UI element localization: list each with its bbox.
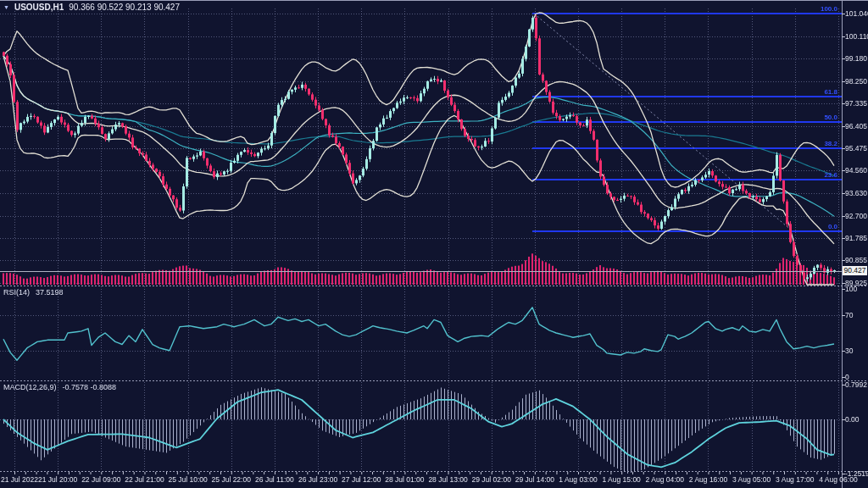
current-price-tag: 90.427 (843, 266, 867, 275)
price-tick-label: 93.630 (845, 189, 868, 197)
fib-level-label: 23.6 (804, 171, 837, 179)
fib-level-label: 0.0 (804, 223, 837, 230)
price-tick-label: 98.250 (845, 77, 868, 86)
time-tick-label: 3 Aug 05:00 (732, 475, 771, 484)
price-tick-label: 97.335 (845, 99, 868, 108)
time-tick-label: 4 Aug 06:00 (819, 475, 857, 484)
price-tick-label: 94.560 (845, 166, 868, 175)
ohlc-values: 90.366 90.522 90.213 90.427 (69, 3, 180, 12)
rsi-name: RSI(14) (3, 288, 30, 297)
macd-name: MACD(12,26,9) (3, 383, 57, 391)
fib-level-label: 50.0 (804, 114, 837, 121)
price-tick-label: 91.785 (845, 234, 868, 242)
time-tick-label: 29 Jul 14:00 (515, 475, 554, 484)
price-tick-label: 90.855 (845, 256, 868, 264)
macd-value: -0.7578 -0.8088 (63, 383, 117, 391)
rsi-indicator-label: RSI(14) 37.5198 (3, 288, 64, 297)
time-tick-label: 1 Aug 15:00 (602, 475, 640, 484)
fib-level-label: 38.2 (804, 140, 837, 147)
symbol-period-label: USOUSD,H1 (14, 3, 64, 12)
terminal-root: { "header": { "symbol_period": "USOUSD,H… (0, 0, 868, 488)
rsi-tick-label: 100 (845, 285, 868, 293)
time-tick-label: 25 Jul 10:00 (168, 475, 207, 484)
fib-level-label: 61.8 (804, 88, 837, 96)
price-tick-label: 99.180 (845, 54, 868, 63)
price-tick-label: 100.110 (845, 32, 868, 41)
chart-canvas[interactable] (0, 0, 868, 488)
time-tick-label: 27 Jul 12:00 (342, 475, 381, 484)
time-tick-label: 21 Jul 20:00 (38, 475, 77, 484)
price-tick-label: 101.040 (845, 9, 868, 18)
price-tick-label: 95.475 (845, 144, 868, 152)
time-tick-label: 28 Jul 01:00 (385, 475, 424, 484)
time-tick-label: 22 Jul 09:00 (81, 475, 120, 484)
macd-tick-label: 0.7992 (845, 380, 868, 389)
time-tick-label: 1 Aug 03:00 (559, 475, 597, 484)
price-tick-label: 92.700 (845, 212, 868, 220)
time-tick-label: 2 Aug 16:00 (689, 475, 727, 484)
time-tick-label: 26 Jul 23:00 (298, 475, 337, 484)
rsi-value: 37.5198 (36, 288, 64, 297)
fib-level-label: 100.0 (804, 5, 837, 13)
time-tick-label: 26 Jul 11:00 (255, 475, 294, 484)
rsi-tick-label: 30 (845, 347, 868, 355)
time-tick-label: 22 Jul 21:00 (125, 475, 164, 484)
price-tick-label: 96.405 (845, 122, 868, 130)
macd-tick-label: 0.00 (845, 415, 868, 424)
symbol-dropdown-triangle-icon[interactable]: ▼ (3, 4, 9, 10)
time-tick-label: 3 Aug 17:00 (776, 475, 814, 484)
time-tick-label: 21 Jul 2022 (1, 475, 38, 484)
macd-indicator-label: MACD(12,26,9) -0.7578 -0.8088 (3, 383, 116, 391)
rsi-tick-label: 70 (845, 311, 868, 319)
time-tick-label: 25 Jul 22:00 (212, 475, 251, 484)
chart-title: ▼ USOUSD,H1 90.366 90.522 90.213 90.427 (3, 3, 180, 12)
time-tick-label: 29 Jul 02:00 (472, 475, 511, 484)
time-tick-label: 2 Aug 04:00 (646, 475, 684, 484)
time-tick-label: 28 Jul 13:00 (428, 475, 467, 484)
